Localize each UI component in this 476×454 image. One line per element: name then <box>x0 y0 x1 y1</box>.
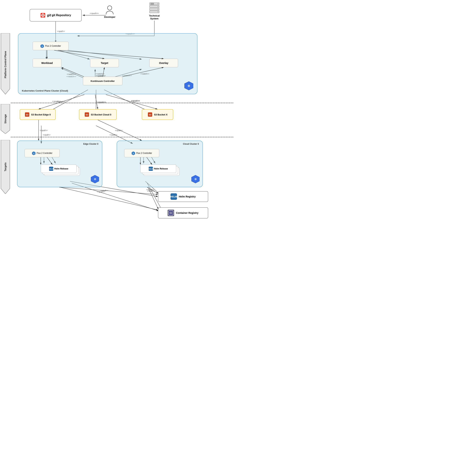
person-svg <box>105 5 114 15</box>
s3-edge-box: S3 S3 Bucket Edge 0 <box>20 109 56 120</box>
svg-text:S3: S3 <box>86 114 88 116</box>
svg-text:⎈: ⎈ <box>33 152 34 154</box>
flux-icon-platform: ⎈ <box>40 44 44 48</box>
technical-system: Technical System <box>147 2 162 20</box>
svg-line-37 <box>72 183 159 211</box>
helm-release-edge-label: Helm Release <box>54 167 68 170</box>
svg-line-66 <box>61 67 84 77</box>
svg-text:HELM: HELM <box>171 195 177 198</box>
svg-line-107 <box>98 120 142 141</box>
flux-label-cloud: Flux 2 Controller <box>136 152 152 154</box>
svg-point-48 <box>107 6 112 10</box>
svg-text:<<pull>>: <<pull>> <box>146 189 154 191</box>
helm-registry-label: Helm Registry <box>179 195 196 198</box>
developer-icon: Developer <box>104 5 115 18</box>
svg-text:<<pull>>: <<pull>> <box>100 189 108 191</box>
helm-release-cloud-main: HELM Helm Release <box>140 165 176 173</box>
svg-text:Ci: Ci <box>170 212 172 214</box>
svg-line-82 <box>95 95 98 109</box>
svg-text:<<push>>: <<push>> <box>131 100 140 102</box>
helm-release-cloud-label: Helm Release <box>154 167 168 170</box>
svg-point-57 <box>158 11 158 12</box>
svg-text:⎈: ⎈ <box>188 83 190 88</box>
svg-text:<<pull>>: <<pull>> <box>147 190 155 192</box>
svg-point-56 <box>158 9 158 9</box>
target-box: Target <box>90 59 119 67</box>
flux-icon-edge: ⎈ <box>32 151 36 155</box>
svg-line-94 <box>47 157 53 165</box>
edge-cluster-container: Edge Cluster 0 ⎈ ⎈ Flux 2 Controller HEL… <box>17 141 102 187</box>
svg-text:<<pull>>: <<pull>> <box>43 134 50 136</box>
svg-line-68 <box>103 67 105 77</box>
s3-x-label: S3 Bucket X <box>154 113 167 116</box>
server-icon <box>148 2 161 14</box>
developer-label: Developer <box>104 16 115 18</box>
s3-cloud-label: S3 Bucket Cloud 0 <box>91 113 111 116</box>
cloud-cluster-label: Cloud Cluster 0 <box>183 143 199 145</box>
svg-text:⎈: ⎈ <box>42 45 43 47</box>
s3-edge-label: S3 Bucket Edge 0 <box>31 113 51 116</box>
flux-label-edge: Flux 2 Controller <box>37 152 53 154</box>
k8s-icon-platform: ⎈ <box>184 81 194 91</box>
svg-text:HELM: HELM <box>149 168 153 170</box>
svg-rect-53 <box>151 3 154 5</box>
container-registry-icon: Ci <box>168 210 174 216</box>
svg-text:S3: S3 <box>26 114 28 116</box>
svg-text:<<watch>>: <<watch>> <box>96 73 105 75</box>
svg-line-80 <box>38 95 84 109</box>
kontinuum-box: Kontinuum Controller <box>83 77 122 85</box>
svg-text:<<push>>: <<push>> <box>98 101 106 104</box>
kontinuum-label: Kontinuum Controller <box>91 80 115 82</box>
target-label: Target <box>101 61 108 64</box>
dashed-line-2 <box>11 137 233 137</box>
svg-line-119 <box>60 187 158 210</box>
svg-point-55 <box>158 6 158 7</box>
svg-line-115 <box>59 187 158 194</box>
svg-line-103 <box>147 157 152 165</box>
zone-storage: Storage <box>0 104 11 134</box>
workload-label: Workload <box>41 61 53 64</box>
svg-line-71 <box>122 67 164 77</box>
git-repo-label: git Repository <box>52 14 71 17</box>
cloud-cluster-container: Cloud Cluster 0 ⎈ ⎈ Flux 2 Controller HE… <box>117 141 203 187</box>
k8s-icon-edge: ⎈ <box>91 175 99 184</box>
diagram-container: <<push>> <<push>> <<pull>> <<watch>> <<w… <box>0 0 238 227</box>
flux-controller-cloud: ⎈ Flux 2 Controller <box>124 149 159 157</box>
container-registry-label: Container Registry <box>176 212 198 214</box>
svg-line-120 <box>148 187 158 209</box>
flux-controller-platform: ⎈ Flux 2 Controller <box>33 42 68 50</box>
s3-icon-edge: S3 <box>25 112 30 117</box>
svg-text:<<push>>: <<push>> <box>90 12 99 14</box>
git-word: git <box>47 14 51 17</box>
svg-text:⎈: ⎈ <box>94 177 96 181</box>
svg-line-64 <box>54 50 105 59</box>
technical-system-label: Technical System <box>147 14 162 20</box>
helm-icon-cloud: HELM <box>149 166 153 171</box>
helm-release-edge-main: HELM Helm Release <box>41 165 77 173</box>
svg-text:<<push>>: <<push>> <box>57 100 66 103</box>
svg-text:<<push>>: <<push>> <box>52 100 61 102</box>
dashed-line-1 <box>11 103 233 103</box>
git-icon <box>40 13 45 18</box>
svg-text:<<pull>>: <<pull>> <box>97 191 105 193</box>
k8s-icon-cloud: ⎈ <box>191 175 200 184</box>
svg-text:<<pull>>: <<pull>> <box>57 30 65 32</box>
svg-text:<<pull>>: <<pull>> <box>40 129 48 131</box>
svg-text:<<pull>>: <<pull>> <box>109 134 117 136</box>
storage-label: Storage <box>4 114 7 123</box>
flux-icon-cloud: ⎈ <box>131 151 135 155</box>
overlay-box: Overlay <box>149 59 178 67</box>
platform-cluster-label: Kubernetes Control Plane Cluster (Cloud) <box>22 89 68 92</box>
s3-icon-cloud: S3 <box>84 112 89 117</box>
s3-icon-x: S3 <box>148 112 152 117</box>
svg-text:⎈: ⎈ <box>194 177 197 181</box>
container-registry-box: Ci Container Registry <box>158 207 208 219</box>
zone-platform-control-plane: Platform Control Plane <box>0 33 11 96</box>
s3-x-box: S3 S3 Bucket X <box>142 109 173 120</box>
svg-line-84 <box>106 95 157 109</box>
svg-line-117 <box>147 187 158 194</box>
platform-cluster-container: Kubernetes Control Plane Cluster (Cloud)… <box>18 33 197 94</box>
svg-text:HELM: HELM <box>49 168 53 170</box>
s3-cloud-box: S3 S3 Bucket Cloud 0 <box>79 109 117 120</box>
svg-point-43 <box>43 15 43 16</box>
